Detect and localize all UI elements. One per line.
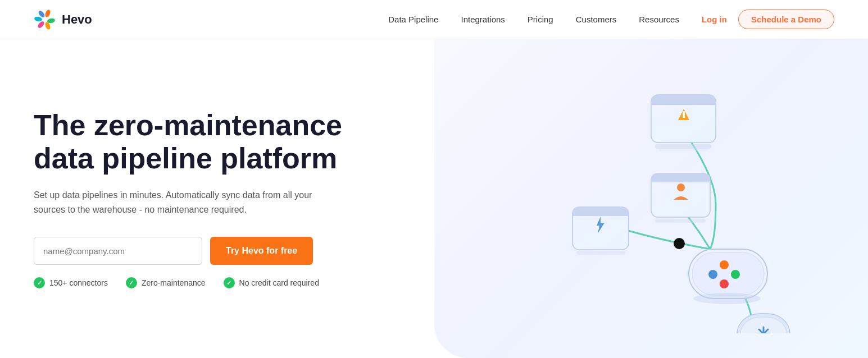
hero-input-row: Try Hevo for free [34, 237, 452, 265]
svg-point-30 [720, 279, 729, 288]
hero-section: The zero-maintenance data pipeline platf… [0, 39, 868, 358]
try-hevo-button[interactable]: Try Hevo for free [210, 237, 313, 265]
svg-point-29 [731, 270, 740, 279]
nav-integrations[interactable]: Integrations [461, 15, 505, 24]
nav-resources[interactable]: Resources [639, 15, 679, 24]
hero-left: The zero-maintenance data pipeline platf… [34, 109, 474, 289]
svg-rect-12 [655, 144, 711, 149]
badge-no-credit-card: No credit card required [224, 277, 319, 288]
svg-rect-34 [740, 317, 787, 333]
svg-rect-7 [651, 95, 716, 105]
svg-rect-21 [572, 213, 629, 216]
badge-connectors: 150+ connectors [34, 277, 108, 288]
black-dot [674, 238, 685, 249]
svg-point-32 [734, 325, 793, 333]
nav-pricing[interactable]: Pricing [528, 15, 553, 24]
svg-rect-15 [651, 173, 710, 182]
email-input[interactable] [34, 237, 202, 265]
svg-rect-11 [683, 111, 685, 116]
check-icon-zero-maintenance [126, 277, 137, 288]
navbar: Hevo Data Pipeline Integrations Pricing … [0, 0, 868, 39]
svg-rect-20 [572, 207, 629, 216]
svg-point-27 [708, 270, 717, 279]
schedule-demo-button[interactable]: Schedule a Demo [738, 10, 834, 29]
svg-rect-13 [659, 148, 708, 151]
hero-subtitle: Set up data pipelines in minutes. Automa… [34, 188, 326, 217]
logo-icon [34, 8, 56, 31]
svg-point-5 [34, 16, 42, 21]
svg-line-38 [759, 329, 768, 333]
svg-rect-19 [572, 207, 629, 250]
hero-badges: 150+ connectors Zero-maintenance No cred… [34, 277, 452, 288]
logo-text: Hevo [62, 12, 92, 27]
svg-rect-18 [655, 219, 706, 223]
logo[interactable]: Hevo [34, 8, 92, 31]
svg-rect-16 [651, 179, 710, 182]
svg-point-4 [37, 20, 45, 29]
svg-point-28 [720, 260, 729, 269]
svg-rect-25 [689, 249, 767, 299]
check-icon-no-credit-card [224, 277, 235, 288]
svg-marker-22 [597, 217, 605, 233]
svg-point-24 [687, 258, 767, 291]
connector-lines [508, 64, 800, 333]
svg-rect-8 [651, 102, 716, 105]
svg-rect-6 [651, 95, 716, 143]
svg-rect-23 [576, 251, 625, 255]
svg-rect-26 [692, 253, 764, 295]
pipeline-illustration [508, 64, 800, 333]
svg-rect-14 [651, 173, 710, 217]
nav-links: Data Pipeline Integrations Pricing Custo… [388, 15, 679, 24]
svg-rect-33 [737, 314, 790, 333]
svg-point-1 [44, 9, 51, 18]
nav-customers[interactable]: Customers [576, 15, 617, 24]
svg-line-37 [759, 329, 768, 333]
check-icon-connectors [34, 277, 45, 288]
svg-point-17 [677, 183, 685, 191]
svg-point-31 [693, 293, 761, 304]
svg-rect-10 [683, 116, 685, 118]
login-link[interactable]: Log in [702, 15, 727, 24]
nav-data-pipeline[interactable]: Data Pipeline [388, 15, 438, 24]
hero-title: The zero-maintenance data pipeline platf… [34, 109, 452, 176]
svg-marker-9 [678, 109, 689, 120]
hero-right [474, 51, 834, 347]
badge-zero-maintenance: Zero-maintenance [126, 277, 206, 288]
